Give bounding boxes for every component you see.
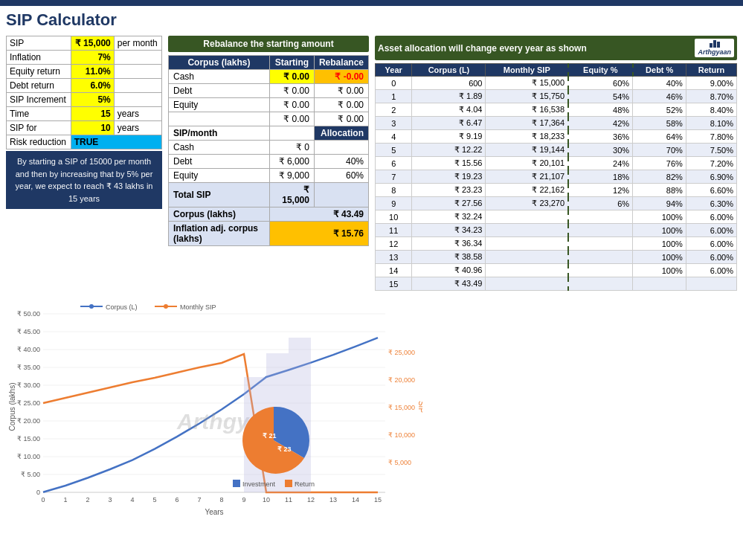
table-row: Debt ₹ 0.00 ₹ 0.00: [169, 84, 369, 98]
return-cell: 6.60%: [686, 184, 736, 197]
corpus-cell: ₹ 43.49: [412, 277, 486, 291]
sip-axis-label: SIP: [417, 401, 422, 413]
y-tick: ₹ 20.00: [17, 417, 40, 425]
corpus-cell: ₹ 27.56: [412, 197, 486, 210]
y-tick: ₹ 35.00: [17, 364, 40, 371]
debt-pct-cell: 58%: [633, 117, 686, 130]
equity-pct-cell: [568, 224, 633, 237]
pie-investment-label: ₹ 21: [263, 432, 277, 440]
sip-label: SIP: [7, 36, 71, 51]
year-cell: 3: [376, 117, 412, 130]
sip-debt-label: Debt: [169, 155, 270, 169]
sip-cash-label: Cash: [169, 141, 270, 155]
debt-pct-cell: 40%: [633, 77, 686, 90]
corpus-cell: ₹ 23.23: [412, 184, 486, 197]
x-tick: 8: [219, 496, 223, 503]
table-row: 14 ₹ 40.96 100% 6.00%: [376, 264, 737, 277]
year-cell: 8: [376, 184, 412, 197]
debt-pct-cell: 46%: [633, 90, 686, 103]
blank-starting: ₹ 0.00: [269, 112, 314, 126]
time-value[interactable]: 15: [71, 107, 114, 121]
table-row: 0 600 ₹ 15,000 60% 40% 9.00%: [376, 77, 737, 90]
equity-pct-cell: 6%: [568, 197, 633, 210]
corpus-cell: ₹ 4.04: [412, 103, 486, 117]
x-tick: 9: [242, 496, 245, 503]
debt-label: Debt: [169, 84, 270, 98]
sip-cell: ₹ 18,233: [486, 130, 568, 144]
table-row: 2 ₹ 4.04 ₹ 16,538 48% 52% 8.40%: [376, 103, 737, 117]
y-tick: ₹ 15.00: [17, 435, 40, 442]
debt-pct-cell: 100%: [633, 237, 686, 251]
legend-investment-text: Investment: [242, 480, 276, 488]
corpus-legend-label: Corpus (L): [106, 303, 138, 311]
sip-cell: ₹ 15,000: [486, 77, 568, 90]
inflation-adj-value: ₹ 15.76: [269, 222, 368, 246]
sip-month-blank: [269, 126, 314, 141]
debt-pct-cell: 88%: [633, 184, 686, 197]
risk-reduction-value[interactable]: TRUE: [71, 135, 161, 149]
year-cell: 1: [376, 90, 412, 103]
year-cell: 0: [376, 77, 412, 90]
sip-tick: ₹ 10,000: [388, 431, 415, 439]
legend-return-text: Return: [295, 480, 315, 488]
sip-cell: [486, 264, 568, 277]
year-cell: 15: [376, 277, 412, 291]
year-cell: 9: [376, 197, 412, 210]
table-row: Inflation adj. corpus (lakhs) ₹ 15.76: [169, 222, 369, 246]
corpus-cell: ₹ 34.23: [412, 224, 486, 237]
y-tick: ₹ 50.00: [17, 310, 40, 318]
table-row: Debt ₹ 6,000 40%: [169, 155, 369, 169]
inflation-adj-label: Inflation adj. corpus (lakhs): [169, 222, 270, 246]
x-tick: 11: [285, 496, 292, 503]
equity-rebalance: ₹ 0.00: [314, 98, 368, 112]
y-tick: ₹ 10.00: [17, 453, 40, 460]
equity-pct-cell: 12%: [568, 184, 633, 197]
x-tick: 0: [41, 496, 45, 503]
equity-label: Equity: [169, 98, 270, 112]
main-container: SIP Calculator SIP ₹ 15,000 per month In…: [0, 6, 743, 523]
equity-return-label: Equity return: [7, 65, 71, 79]
equity-pct-cell: [568, 237, 633, 251]
table-row: 15 ₹ 43.49: [376, 277, 737, 291]
debt-return-unit: [114, 79, 161, 93]
sip-cell: ₹ 22,162: [486, 184, 568, 197]
table-row: Risk reduction TRUE: [7, 135, 162, 149]
x-tick: 10: [263, 496, 270, 503]
x-tick: 14: [352, 496, 359, 503]
sip-for-label: SIP for: [7, 121, 71, 135]
sip-for-value[interactable]: 10: [71, 121, 114, 135]
equity-pct-cell: 48%: [568, 103, 633, 117]
year-cell: 13: [376, 251, 412, 264]
y-axis-label: Corpus (lakhs): [8, 382, 16, 431]
return-cell: [686, 277, 736, 291]
return-cell: 7.80%: [686, 130, 736, 144]
sip-cell: ₹ 16,538: [486, 103, 568, 117]
table-row: Inflation 7%: [7, 51, 162, 65]
table-row: 6 ₹ 15.56 ₹ 20,101 24% 76% 7.20%: [376, 157, 737, 170]
rebalance-col-header: Rebalance: [314, 56, 368, 70]
x-tick: 2: [86, 496, 89, 503]
return-cell: 6.00%: [686, 264, 736, 277]
middle-panel: Rebalance the starting amount Corpus (la…: [168, 36, 369, 291]
inflation-value[interactable]: 7%: [71, 51, 114, 65]
return-cell: 7.50%: [686, 144, 736, 157]
sip-value[interactable]: ₹ 15,000: [71, 36, 114, 51]
debt-starting: ₹ 0.00: [269, 84, 314, 98]
year-cell: 11: [376, 224, 412, 237]
x-tick: 4: [130, 496, 134, 503]
return-cell: 6.00%: [686, 224, 736, 237]
equity-pct-cell: 30%: [568, 144, 633, 157]
corpus-cell: ₹ 19.23: [412, 170, 486, 184]
sip-tick: ₹ 15,000: [388, 404, 415, 411]
table-row: SIP ₹ 15,000 per month: [7, 36, 162, 51]
arthgyaan-logo: Arthgyaan: [695, 39, 734, 57]
equity-return-value[interactable]: 11.0%: [71, 65, 114, 79]
table-row: 5 ₹ 12.22 ₹ 19,144 30% 70% 7.50%: [376, 144, 737, 157]
sip-increment-value[interactable]: 5%: [71, 93, 114, 107]
inflation-label: Inflation: [7, 51, 71, 65]
return-cell: 6.00%: [686, 210, 736, 224]
debt-pct-cell: 100%: [633, 224, 686, 237]
sip-cell: [486, 237, 568, 251]
debt-return-value[interactable]: 6.0%: [71, 79, 114, 93]
page-title: SIP Calculator: [6, 10, 737, 30]
